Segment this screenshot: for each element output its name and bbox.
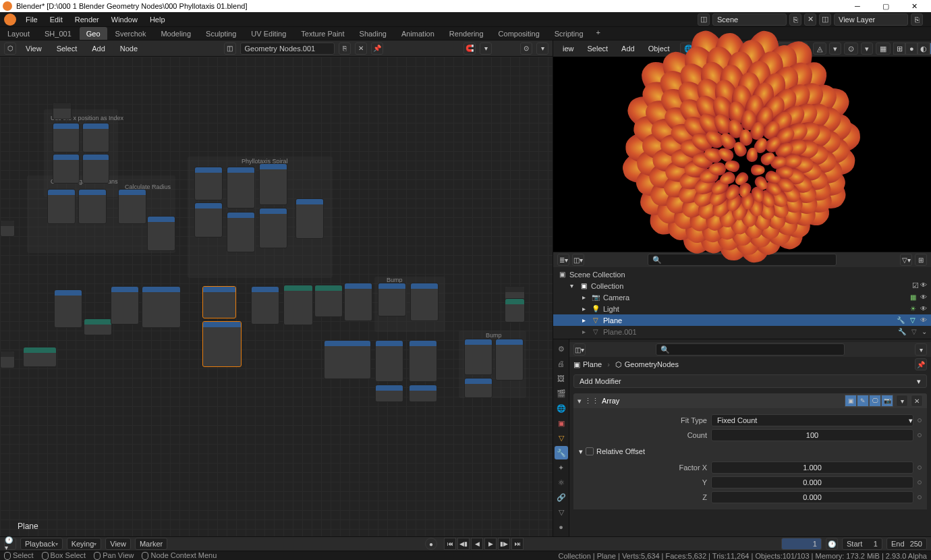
geometry-node[interactable]: [53, 154, 80, 184]
nodetree-name-field[interactable]: Geometry Nodes.001: [240, 43, 335, 55]
geometry-node[interactable]: [410, 283, 439, 321]
tree-item-plane001[interactable]: ▸ ▽ Plane.001 🔧 ▽ ⌄: [553, 326, 931, 337]
geometry-node[interactable]: [464, 339, 492, 375]
prop-tab-viewlayer[interactable]: 🖼: [555, 372, 568, 385]
shading-solid[interactable]: ●: [905, 43, 918, 55]
geometry-node[interactable]: [314, 285, 343, 317]
animate-dot[interactable]: [918, 495, 922, 499]
geometry-node[interactable]: [202, 321, 242, 367]
geometry-node[interactable]: [202, 286, 236, 318]
vp-menu-view[interactable]: iew: [557, 43, 580, 54]
add-workspace-button[interactable]: +: [591, 27, 606, 40]
tab-modeling[interactable]: Modeling: [154, 27, 198, 40]
eye-icon[interactable]: 👁: [920, 316, 927, 324]
disclosure-icon[interactable]: ▾: [567, 281, 576, 291]
breadcrumb-object[interactable]: ▣Plane: [573, 360, 602, 369]
geometry-node[interactable]: [111, 286, 139, 325]
geometry-node[interactable]: [259, 208, 287, 248]
menu-window[interactable]: Window: [106, 14, 143, 25]
mod-extras-icon[interactable]: ▾: [896, 395, 908, 407]
disclosure-icon[interactable]: ▸: [579, 327, 588, 337]
timeline-marker-menu[interactable]: Marker: [135, 538, 167, 550]
count-field[interactable]: 100: [711, 429, 913, 441]
disclosure-icon[interactable]: ▸: [579, 316, 588, 325]
relative-offset-checkbox[interactable]: [586, 447, 594, 455]
viewlayer-new-icon[interactable]: ⎘: [911, 13, 923, 26]
prop-tab-particles[interactable]: ✦: [555, 461, 568, 474]
disclosure-icon[interactable]: ▾: [577, 397, 582, 405]
props-editor-icon[interactable]: ◫▾: [573, 343, 586, 356]
nodetree-new-icon[interactable]: ⎘: [339, 43, 351, 55]
geometry-node[interactable]: [251, 286, 279, 325]
animate-dot[interactable]: [918, 466, 922, 470]
overlay-dd-icon[interactable]: ▾: [536, 43, 548, 55]
geometry-node[interactable]: [409, 385, 437, 402]
pin-icon[interactable]: 📌: [915, 358, 927, 370]
geometry-node[interactable]: [409, 340, 437, 382]
geometry-node[interactable]: [378, 283, 406, 316]
node-menu-add[interactable]: Add: [86, 43, 111, 54]
viewlayer-browse-icon[interactable]: ◫: [819, 13, 831, 26]
shading-matprev[interactable]: ◐: [918, 43, 930, 55]
outliner-filter-icon[interactable]: ▽▾: [900, 254, 912, 266]
tab-sh001[interactable]: SH_001: [38, 27, 78, 40]
node-editor-canvas[interactable]: Use the x position as Index Golden Angle…: [0, 57, 553, 536]
geometry-node[interactable]: [142, 286, 181, 328]
menu-file[interactable]: File: [20, 14, 43, 25]
geometry-node[interactable]: [375, 340, 403, 382]
tab-texturepaint[interactable]: Texture Paint: [294, 27, 351, 40]
factor-z-field[interactable]: 0.000: [711, 491, 913, 503]
start-frame-field[interactable]: Start1: [842, 538, 882, 550]
geometry-node[interactable]: [259, 163, 287, 205]
geometry-node[interactable]: [495, 339, 524, 381]
tree-item-camera[interactable]: ▸ 📷 Camera ▦ 👁: [553, 291, 931, 303]
prop-tab-world[interactable]: 🌐: [555, 401, 568, 415]
xray-toggle[interactable]: ▦: [876, 43, 891, 55]
factor-y-field[interactable]: 0.000: [711, 476, 913, 488]
scene-browse-icon[interactable]: ◫: [698, 13, 710, 26]
geometry-node[interactable]: [0, 220, 15, 237]
nodetree-unlink-icon[interactable]: ✕: [355, 43, 367, 55]
play-button[interactable]: ▶: [484, 538, 497, 550]
play-reverse-button[interactable]: ◀: [471, 538, 483, 550]
eye-icon[interactable]: 👁: [920, 305, 927, 312]
mod-realtime-toggle[interactable]: 🖵: [869, 395, 881, 407]
outliner-editor-icon[interactable]: ≣▾: [557, 254, 569, 266]
minimize-button[interactable]: ─: [843, 2, 872, 10]
factor-x-field[interactable]: 1.000: [711, 461, 913, 474]
tab-rendering[interactable]: Rendering: [443, 27, 490, 40]
snap-type-icon[interactable]: ▾: [480, 43, 492, 55]
tree-scene-collection[interactable]: ▣ Scene Collection: [553, 269, 931, 280]
prop-tab-data[interactable]: ▽: [555, 505, 568, 519]
tab-scripting[interactable]: Scripting: [548, 27, 590, 40]
geometry-node[interactable]: [194, 202, 223, 237]
geometry-node[interactable]: [0, 351, 15, 368]
scene-delete-icon[interactable]: ✕: [804, 13, 816, 26]
geometry-node[interactable]: [227, 212, 255, 252]
keyframe-prev-button[interactable]: ◀▮: [457, 538, 470, 550]
tab-geo[interactable]: Geo: [80, 27, 107, 40]
modifier-header[interactable]: ▾ ⋮⋮ Array ▣ ✎ 🖵 📷 ▾ ✕: [573, 393, 927, 408]
geometry-node[interactable]: [118, 189, 146, 224]
pin-icon[interactable]: 📌: [371, 43, 383, 55]
geometry-node[interactable]: [147, 216, 175, 251]
prop-tab-output[interactable]: 🖨: [555, 357, 568, 370]
relative-offset-panel[interactable]: ▾ Relative Offset: [579, 445, 922, 458]
geometry-node[interactable]: [82, 154, 109, 184]
tab-compositing[interactable]: Compositing: [492, 27, 546, 40]
viewport-3d[interactable]: iew Select Add Object 🌐 Global ▾ ⊙ ▾ 🧲 ▾…: [553, 40, 931, 252]
maximize-button[interactable]: ▢: [872, 2, 900, 11]
menu-edit[interactable]: Edit: [45, 14, 68, 25]
prop-tab-material[interactable]: ●: [555, 520, 568, 534]
geometry-node[interactable]: [375, 385, 403, 402]
mod-delete-icon[interactable]: ✕: [911, 395, 923, 407]
outliner-display-mode[interactable]: ◫▾: [572, 254, 584, 266]
mod-render-toggle[interactable]: 📷: [881, 395, 893, 407]
scene-new-icon[interactable]: ⎘: [789, 13, 801, 26]
disclosure-icon[interactable]: ▾: [579, 447, 583, 456]
menu-render[interactable]: Render: [69, 14, 105, 25]
geometry-node[interactable]: [194, 167, 223, 200]
geometry-node[interactable]: [324, 340, 371, 379]
geometry-node[interactable]: [78, 189, 107, 224]
geometry-node[interactable]: [344, 283, 372, 321]
